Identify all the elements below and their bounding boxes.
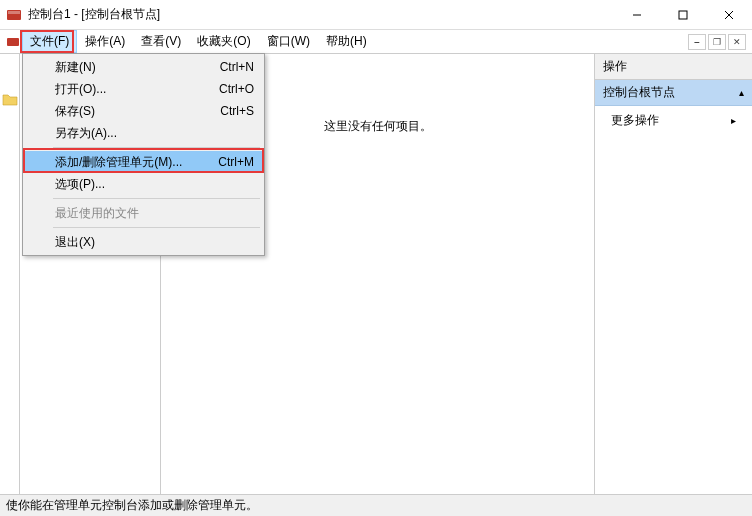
menu-window-label: 窗口(W)	[267, 33, 310, 50]
chevron-right-icon: ▸	[731, 115, 736, 126]
menu-separator-2	[53, 198, 260, 199]
menu-action-label: 操作(A)	[85, 33, 125, 50]
menu-saveas-label: 另存为(A)...	[55, 125, 117, 142]
menu-window[interactable]: 窗口(W)	[259, 30, 318, 53]
actions-more-label: 更多操作	[611, 112, 659, 129]
menu-add-remove-snapin[interactable]: 添加/删除管理单元(M)... Ctrl+M	[25, 151, 262, 173]
mdi-window-buttons: ‒ ❐ ✕	[688, 30, 752, 53]
menu-separator-3	[53, 227, 260, 228]
menu-action[interactable]: 操作(A)	[77, 30, 133, 53]
window-title: 控制台1 - [控制台根节点]	[28, 6, 614, 23]
actions-more[interactable]: 更多操作 ▸	[595, 106, 752, 135]
menu-open-shortcut: Ctrl+O	[219, 82, 254, 96]
title-bar: 控制台1 - [控制台根节点]	[0, 0, 752, 30]
menu-help[interactable]: 帮助(H)	[318, 30, 375, 53]
menu-exit-label: 退出(X)	[55, 234, 95, 251]
mdi-restore-button[interactable]: ❐	[708, 34, 726, 50]
menu-view-label: 查看(V)	[141, 33, 181, 50]
empty-text: 这里没有任何项目。	[324, 119, 432, 133]
menubar: 文件(F) 操作(A) 查看(V) 收藏夹(O) 窗口(W) 帮助(H) ‒ ❐…	[0, 30, 752, 54]
menu-options-label: 选项(P)...	[55, 176, 105, 193]
menu-save-label: 保存(S)	[55, 103, 95, 120]
menu-open[interactable]: 打开(O)... Ctrl+O	[25, 78, 262, 100]
menu-separator-1	[53, 147, 260, 148]
file-dropdown: 新建(N) Ctrl+N 打开(O)... Ctrl+O 保存(S) Ctrl+…	[22, 53, 265, 256]
menu-new[interactable]: 新建(N) Ctrl+N	[25, 56, 262, 78]
svg-rect-1	[8, 11, 20, 14]
menu-view[interactable]: 查看(V)	[133, 30, 189, 53]
menu-fav-label: 收藏夹(O)	[197, 33, 250, 50]
svg-rect-3	[679, 11, 687, 19]
mdi-minimize-button[interactable]: ‒	[688, 34, 706, 50]
menu-file[interactable]: 文件(F)	[22, 30, 77, 53]
menubar-app-icon	[4, 30, 22, 53]
mdi-close-button[interactable]: ✕	[728, 34, 746, 50]
chevron-up-icon: ▴	[739, 87, 744, 98]
menu-options[interactable]: 选项(P)...	[25, 173, 262, 195]
menu-exit[interactable]: 退出(X)	[25, 231, 262, 253]
menu-saveas[interactable]: 另存为(A)...	[25, 122, 262, 144]
close-button[interactable]	[706, 0, 752, 30]
app-icon	[6, 7, 22, 23]
menu-new-shortcut: Ctrl+N	[220, 60, 254, 74]
toolbar-strip	[0, 54, 20, 494]
actions-section[interactable]: 控制台根节点 ▴	[595, 80, 752, 106]
menu-favorites[interactable]: 收藏夹(O)	[189, 30, 258, 53]
menu-snapin-shortcut: Ctrl+M	[218, 155, 254, 169]
actions-header: 操作	[595, 54, 752, 80]
menu-recent: 最近使用的文件	[25, 202, 262, 224]
folder-icon	[2, 92, 18, 106]
menu-help-label: 帮助(H)	[326, 33, 367, 50]
minimize-button[interactable]	[614, 0, 660, 30]
status-text: 使你能在管理单元控制台添加或删除管理单元。	[6, 497, 258, 514]
svg-rect-6	[7, 38, 19, 46]
menu-open-label: 打开(O)...	[55, 81, 106, 98]
menu-save[interactable]: 保存(S) Ctrl+S	[25, 100, 262, 122]
menu-new-label: 新建(N)	[55, 59, 96, 76]
menu-save-shortcut: Ctrl+S	[220, 104, 254, 118]
actions-panel: 操作 控制台根节点 ▴ 更多操作 ▸	[594, 54, 752, 494]
menu-file-label: 文件(F)	[30, 33, 69, 50]
maximize-button[interactable]	[660, 0, 706, 30]
actions-section-label: 控制台根节点	[603, 84, 675, 101]
menu-snapin-label: 添加/删除管理单元(M)...	[55, 154, 182, 171]
menu-recent-label: 最近使用的文件	[55, 205, 139, 222]
status-bar: 使你能在管理单元控制台添加或删除管理单元。	[0, 494, 752, 516]
